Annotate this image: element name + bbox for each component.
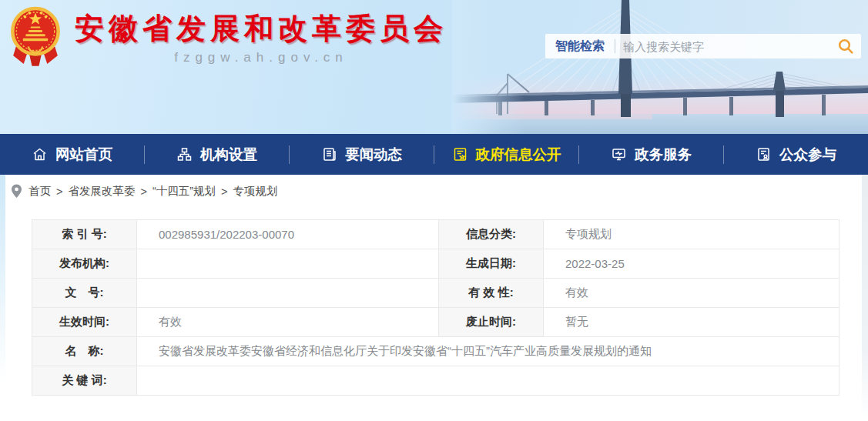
nav-item-organization[interactable]: 机构设置 bbox=[145, 134, 289, 175]
breadcrumb-current-page[interactable]: 专项规划 bbox=[233, 184, 278, 199]
field-value-generation-date: 2022-03-25 bbox=[544, 249, 840, 279]
left-edge-strip bbox=[0, 175, 5, 383]
table-row: 文 号: 有 效 性: 有效 bbox=[32, 279, 840, 308]
field-label-repeal-time: 废止时间: bbox=[439, 308, 544, 337]
field-label-title: 名 称: bbox=[32, 337, 137, 366]
site-header: 安徽省发展和改革委员会 fzggw.ah.gov.cn 智能检索 bbox=[0, 0, 868, 134]
field-value-title: 安徽省发展改革委安徽省经济和信息化厅关于印发安徽省“十四五”汽车产业高质量发展规… bbox=[137, 337, 840, 366]
home-icon bbox=[32, 146, 48, 162]
nav-label: 网站首页 bbox=[55, 145, 112, 164]
table-row: 发布机构: 生成日期: 2022-03-25 bbox=[32, 249, 840, 279]
field-label-index-number: 索 引 号: bbox=[32, 220, 137, 249]
table-row: 生效时间: 有效 废止时间: 暂无 bbox=[32, 308, 840, 337]
field-value-info-category: 专项规划 bbox=[544, 220, 840, 249]
search-box: 智能检索 bbox=[545, 34, 861, 58]
breadcrumb-separator: > bbox=[221, 185, 227, 198]
nav-item-gov-services[interactable]: 政务服务 bbox=[579, 134, 723, 175]
search-button[interactable] bbox=[830, 34, 861, 58]
nav-label: 要闻动态 bbox=[345, 145, 402, 164]
field-value-index-number: 002985931/202203-00070 bbox=[137, 220, 439, 249]
smart-search-label[interactable]: 智能检索 bbox=[545, 38, 615, 55]
field-label-issuing-agency: 发布机构: bbox=[32, 249, 137, 279]
table-row: 名 称: 安徽省发展改革委安徽省经济和信息化厅关于印发安徽省“十四五”汽车产业高… bbox=[32, 337, 840, 366]
info-disclosure-icon bbox=[452, 146, 468, 162]
field-label-keywords: 关 键 词: bbox=[32, 366, 137, 396]
field-value-keywords bbox=[137, 366, 840, 396]
search-input[interactable] bbox=[615, 34, 830, 58]
breadcrumb-plan-category[interactable]: “十四五”规划 bbox=[152, 184, 216, 199]
nav-label: 政府信息公开 bbox=[476, 145, 561, 164]
site-brand[interactable]: 安徽省发展和改革委员会 fzggw.ah.gov.cn bbox=[8, 4, 447, 68]
nav-item-news[interactable]: 要闻动态 bbox=[290, 134, 434, 175]
org-chart-icon bbox=[176, 146, 193, 162]
field-label-generation-date: 生成日期: bbox=[439, 249, 544, 279]
nav-item-public-participation[interactable]: 公众参与 bbox=[724, 134, 868, 175]
field-value-validity: 有效 bbox=[544, 279, 840, 308]
location-pin-icon bbox=[11, 184, 22, 199]
nav-item-home[interactable]: 网站首页 bbox=[0, 134, 144, 175]
breadcrumb-separator: > bbox=[140, 185, 146, 198]
field-value-effective-time: 有效 bbox=[137, 308, 439, 337]
field-label-validity: 有 效 性: bbox=[439, 279, 544, 308]
site-title: 安徽省发展和改革委员会 bbox=[75, 13, 447, 45]
table-row: 关 键 词: bbox=[32, 366, 840, 396]
public-participation-icon bbox=[756, 146, 772, 162]
news-icon bbox=[321, 146, 337, 162]
field-value-issuing-agency bbox=[137, 249, 439, 279]
nav-label: 政务服务 bbox=[635, 145, 692, 164]
field-label-document-number: 文 号: bbox=[32, 279, 137, 308]
bridge-photo bbox=[452, 0, 868, 134]
breadcrumb-separator: > bbox=[56, 185, 62, 198]
breadcrumb-home[interactable]: 首页 bbox=[28, 184, 51, 199]
nav-label: 公众参与 bbox=[779, 145, 836, 164]
search-icon bbox=[837, 38, 854, 55]
gov-service-icon bbox=[611, 146, 627, 162]
site-url: fzggw.ah.gov.cn bbox=[75, 50, 447, 65]
main-nav: 网站首页 机构设置 要闻动态 bbox=[0, 134, 868, 175]
field-label-info-category: 信息分类: bbox=[439, 220, 544, 249]
breadcrumb: 首页 > 省发展改革委 > “十四五”规划 > 专项规划 bbox=[0, 175, 868, 208]
field-value-repeal-time: 暂无 bbox=[544, 308, 840, 337]
field-label-effective-time: 生效时间: bbox=[32, 308, 137, 337]
document-info-table: 索 引 号: 002985931/202203-00070 信息分类: 专项规划… bbox=[32, 219, 840, 396]
right-edge-strip bbox=[862, 175, 868, 421]
field-value-document-number bbox=[137, 279, 439, 308]
breadcrumb-department[interactable]: 省发展改革委 bbox=[68, 184, 135, 199]
national-emblem-logo bbox=[8, 4, 63, 68]
nav-item-gov-info-disclosure[interactable]: 政府信息公开 bbox=[434, 134, 578, 175]
nav-label: 机构设置 bbox=[200, 145, 257, 164]
table-row: 索 引 号: 002985931/202203-00070 信息分类: 专项规划 bbox=[32, 220, 840, 249]
page: 安徽省发展和改革委员会 fzggw.ah.gov.cn 智能检索 bbox=[0, 0, 868, 421]
